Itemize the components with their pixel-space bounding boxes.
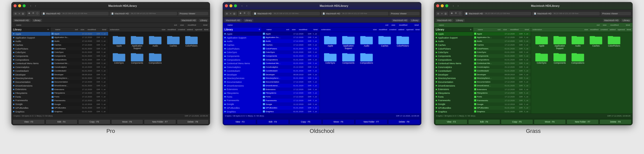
file-row[interactable]: Contextual Menu Items01.01.2020DIRf...er — [473, 62, 531, 65]
sidebar-item-gpubundles[interactable]: GPUBundles — [223, 106, 262, 110]
file-row[interactable]: Documentation17.12.2020DIRf...er — [51, 80, 108, 84]
file-row[interactable]: Audio17.12.2020DIRf...er — [262, 39, 319, 43]
grid-col-ext[interactable]: extension — [533, 28, 542, 31]
file-row[interactable]: Fonts17.12.2020DIRf...er — [473, 95, 531, 99]
file-row[interactable]: Frameworks17.12.2020DIRf...er — [473, 99, 531, 102]
col-view-icon[interactable]: ▥ — [444, 12, 448, 15]
path-macintosh-tab2[interactable]: Macintosh HD — [603, 19, 620, 22]
file-row[interactable]: Caches17.12.2020DIRf...er — [51, 43, 108, 47]
process-viewer[interactable]: Process Viewer — [178, 12, 208, 15]
file-row[interactable]: Google11.12.2019DIRf...er — [473, 102, 531, 106]
file-row[interactable]: DirectoryServices01.01.2020DIRf...er — [51, 76, 108, 80]
path-tab2[interactable]: Library — [244, 19, 254, 22]
grid-col-added[interactable]: added — [610, 28, 616, 31]
sidebar-add-icon[interactable]: + — [470, 28, 471, 31]
grid-item-colorpickers[interactable]: ColorPickers — [606, 34, 623, 50]
sidebar-item-colorsync[interactable]: ColorSync — [434, 51, 473, 54]
btn-copy[interactable]: Copy - F5 — [501, 119, 533, 124]
list-view-icon[interactable]: ≡ — [440, 12, 443, 15]
close-button[interactable] — [14, 4, 17, 7]
grid-item-audio[interactable]: Audio — [569, 34, 586, 50]
grid-col-added[interactable]: added — [398, 28, 405, 31]
minimize-button[interactable] — [229, 4, 232, 7]
maximize-button[interactable] — [445, 4, 448, 7]
grid-item-apple[interactable]: Apple — [322, 34, 339, 50]
sidebar-item-apple[interactable]: Apple — [434, 32, 473, 36]
sidebar-item-graphics[interactable]: Graphics — [434, 110, 473, 113]
sidebar-add-icon[interactable]: + — [259, 28, 260, 31]
path-library-tab2[interactable]: Library — [410, 19, 420, 22]
grid-item-components[interactable]: Components — [129, 51, 146, 65]
fl-size-col[interactable]: size — [80, 28, 88, 31]
sidebar-item-colorpickers[interactable]: ColorPickers — [223, 47, 262, 51]
sidebar-item-driverextensions[interactable]: DriverExtensions — [12, 84, 50, 88]
file-row[interactable]: Contextual Menu Items01.01.2020DIRf...er — [262, 62, 319, 65]
fl-kind-col[interactable]: kind — [102, 28, 107, 31]
sidebar-item-gpubundles[interactable]: GPUBundles — [434, 106, 473, 110]
sidebar-item-audio[interactable]: Audio — [12, 40, 50, 43]
grid-item-audio[interactable]: Audio — [358, 34, 375, 50]
sidebar-item-directoryservices[interactable]: DirectoryServices — [12, 76, 50, 80]
eye-icon[interactable]: ◉ — [450, 12, 454, 15]
path-tab2[interactable]: Library — [32, 19, 42, 22]
sidebar-item-caches[interactable]: Caches — [12, 43, 50, 47]
btn-newfolder[interactable]: New Folder - F7 — [567, 119, 599, 124]
sidebar-item-application-support[interactable]: Application Support — [12, 36, 50, 40]
grid-col-opened[interactable]: opened — [195, 28, 202, 31]
sidebar-item-extensions[interactable]: Extensions — [12, 88, 50, 91]
back-button[interactable]: ‹ — [451, 4, 455, 8]
view-toggle[interactable]: ⊞ ≡ ▥ — [224, 12, 237, 16]
file-row[interactable]: Filesystems17.12.2020DIRf...er — [473, 91, 531, 95]
file-row[interactable]: Filesystems17.12.2020DIRf...er — [262, 91, 319, 95]
grid-item-application-support[interactable]: Application Support — [551, 34, 568, 50]
file-row[interactable]: ColorSync01.01.2020DIRf...er — [262, 50, 319, 54]
grid-col-mod[interactable]: modified — [168, 28, 176, 31]
path-macintosh-tab2[interactable]: Macintosh HD — [392, 19, 409, 22]
eye-icon[interactable]: ◉ — [27, 12, 31, 15]
btn-newfolder[interactable]: New Folder - F7 — [355, 119, 387, 124]
sidebar-item-contextual-menu-items[interactable]: Contextual Menu Items — [223, 62, 262, 65]
btn-move[interactable]: Move - F6 — [534, 119, 566, 124]
sidebar-item-developer[interactable]: Developer — [223, 73, 262, 76]
btn-edit[interactable]: Edit - F4 — [46, 119, 78, 124]
sidebar-item-caches[interactable]: Caches — [434, 43, 473, 47]
fl-mod-col[interactable]: modified — [88, 28, 102, 31]
sidebar-item-coreanalytics[interactable]: CoreAnalytics — [223, 65, 262, 69]
sidebar-item-extensions[interactable]: Extensions — [434, 88, 473, 91]
file-row[interactable]: CoreAnalytics21.12.2020DIRf...er — [473, 65, 531, 69]
info-icon[interactable]: ⓘ — [247, 12, 251, 15]
file-row[interactable]: CoreMediaIO01.01.2020DIRf...er — [473, 69, 531, 73]
info-icon[interactable]: ⓘ — [458, 12, 462, 15]
fl-ext-col[interactable]: ext — [75, 28, 80, 31]
grid-col-created[interactable]: created — [389, 28, 396, 31]
sidebar-item-components[interactable]: Components — [434, 54, 473, 58]
col-size-header[interactable]: size — [603, 24, 610, 26]
btn-view[interactable]: View - F3 — [13, 119, 45, 124]
sidebar-item-contextual-menu-items[interactable]: Contextual Menu Items — [434, 62, 473, 65]
grid-col-kind2[interactable]: kind — [627, 28, 631, 31]
list-view-icon[interactable]: ≡ — [229, 12, 232, 15]
back-button[interactable]: ‹ — [240, 4, 244, 8]
file-row[interactable]: Caches17.12.2020DIRf...er — [262, 43, 319, 47]
grid-col-kind2[interactable]: kind — [416, 28, 420, 31]
file-row[interactable]: Frameworks17.12.2020DIRf...er — [51, 99, 108, 102]
btn-newfolder[interactable]: New Folder - F7 — [144, 119, 176, 124]
sidebar-item-audio[interactable]: Audio — [434, 40, 473, 43]
file-row[interactable]: Apple17.12.2020DIRf...er — [262, 32, 319, 36]
maximize-button[interactable] — [234, 4, 237, 7]
sidebar-item-colorpickers[interactable]: ColorPickers — [12, 47, 50, 51]
maximize-button[interactable] — [23, 4, 26, 7]
grid-item-caches[interactable]: Caches — [376, 34, 393, 50]
sidebar-item-colorsync[interactable]: ColorSync — [223, 51, 262, 54]
sidebar-item-documentation[interactable]: Documentation — [434, 80, 473, 84]
file-row[interactable]: Apple17.12.2020DIRf...er — [51, 32, 108, 36]
btn-edit[interactable]: Edit - F4 — [257, 119, 289, 124]
file-row[interactable]: Google11.12.2019DIRf...er — [262, 102, 319, 106]
fl-kind-col[interactable]: kind — [525, 28, 530, 31]
process-viewer[interactable]: Process Viewer — [389, 12, 420, 15]
grid-col-ext[interactable]: extension — [110, 28, 119, 31]
btn-edit[interactable]: Edit - F4 — [468, 119, 500, 124]
file-row[interactable]: Compositions01.01.2020DIRf...er — [473, 58, 531, 62]
file-row[interactable]: Compositions01.01.2020DIRf...er — [262, 58, 319, 62]
sidebar-add-icon[interactable]: + — [47, 28, 49, 31]
